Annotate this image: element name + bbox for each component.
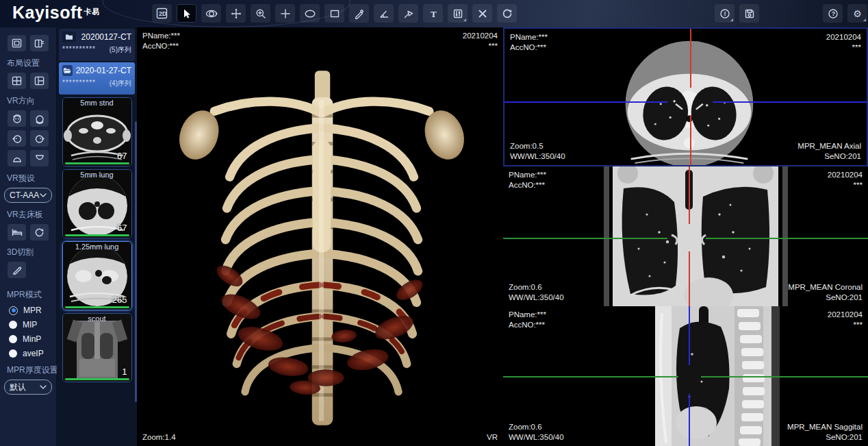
patient-name: PName:*** bbox=[510, 32, 548, 42]
axial-crosshair-horizontal-right[interactable] bbox=[713, 101, 867, 103]
pan-button[interactable] bbox=[226, 4, 246, 23]
series-count: (4)序列 bbox=[110, 79, 131, 88]
series-thumbnail-1[interactable]: 5mm stnd 67 bbox=[62, 97, 132, 166]
cut-3d-label: 3D切割 bbox=[0, 247, 56, 258]
vr-dir-left-button[interactable] bbox=[8, 130, 26, 147]
axial-crosshair-vertical-bottom[interactable] bbox=[690, 115, 691, 165]
coronal-crosshair-horizontal-right[interactable] bbox=[706, 238, 868, 239]
axial-viewport[interactable]: PName:*** AccNO:*** 20210204 *** Zoom:0.… bbox=[503, 27, 868, 166]
vr-preset-select[interactable]: CT-AAA bbox=[4, 188, 52, 203]
thumbnail-image-count: 265 bbox=[112, 295, 127, 305]
zoom-button[interactable] bbox=[251, 4, 270, 23]
patient-name: PName:*** bbox=[509, 170, 546, 180]
vr-viewport[interactable]: PName:*** AccNO:*** 20210204 *** Zoom:1.… bbox=[137, 27, 503, 446]
coronal-crosshair-vertical-bottom[interactable] bbox=[689, 251, 690, 306]
series-number: SeNO:201 bbox=[797, 151, 861, 162]
sagittal-crosshair-vertical-top[interactable] bbox=[689, 306, 690, 365]
mpr-thickness-select[interactable]: 默认 bbox=[4, 380, 52, 395]
thumbnail-image-count: 67 bbox=[117, 223, 127, 233]
report-alert-icon: ! bbox=[719, 8, 730, 19]
window-level-value: WW/WL:350/40 bbox=[509, 293, 564, 303]
vr-study-overlay: 20210204 *** bbox=[463, 31, 498, 51]
vr-bed-row bbox=[0, 224, 56, 240]
mpr-mode-radio-mpr[interactable]: MPR bbox=[0, 306, 56, 315]
study-item-1[interactable]: 20200127-CT ********** (5)序列 bbox=[59, 29, 135, 61]
layout-1x2-button[interactable] bbox=[30, 73, 49, 89]
mpr-mode-radio-aveip[interactable]: aveIP bbox=[0, 349, 56, 358]
locate-button[interactable] bbox=[275, 4, 295, 23]
layout-1x2-icon bbox=[34, 76, 44, 86]
layout-single-icon bbox=[12, 38, 22, 48]
cursor-tool-button[interactable] bbox=[177, 4, 196, 23]
vr-dir-feet-button[interactable] bbox=[30, 150, 49, 166]
vr-direction-row1 bbox=[0, 110, 56, 127]
locate-cross-icon bbox=[280, 8, 291, 19]
toolbar-far-right-group: ? ⚙ bbox=[823, 4, 867, 23]
study-row-top: 20200127-CT bbox=[62, 32, 131, 42]
rotate-3d-icon bbox=[205, 8, 218, 19]
accession-number: AccNO:*** bbox=[510, 42, 548, 53]
rect-roi-button[interactable] bbox=[324, 4, 344, 23]
sagittal-viewport[interactable]: PName:*** AccNO:*** 20210204 *** Zoom:0.… bbox=[503, 306, 868, 446]
vr-dir-posterior-button[interactable] bbox=[30, 110, 49, 127]
thumbnail-scout-image bbox=[63, 314, 131, 382]
coronal-crosshair-vertical-top[interactable] bbox=[689, 166, 690, 224]
coronal-series-overlay: MPR_MEAN Coronal SeNO:201 bbox=[788, 282, 863, 303]
vr-direction-row2 bbox=[0, 130, 56, 147]
zoom-in-icon bbox=[255, 8, 266, 19]
series-name: MPR_MEAN Axial bbox=[797, 141, 861, 151]
series-thumbnail-3-selected[interactable]: 1.25mm lung 265 bbox=[62, 241, 132, 310]
measure-angle-button[interactable] bbox=[374, 4, 394, 23]
rotate-3d-button[interactable] bbox=[201, 4, 221, 23]
layout-custom-button[interactable] bbox=[30, 35, 49, 51]
study-item-2-selected[interactable]: 2020-01-27-CT ********** (4)序列 bbox=[59, 62, 135, 95]
save-button[interactable] bbox=[739, 4, 759, 23]
vr-dir-head-button[interactable] bbox=[8, 150, 26, 166]
help-button[interactable]: ? bbox=[823, 4, 843, 23]
viewport-type: VR bbox=[487, 432, 498, 443]
arrow-annotation-icon bbox=[403, 8, 414, 19]
window-level-button[interactable] bbox=[448, 4, 468, 23]
layout-grid-2x2-icon bbox=[12, 76, 22, 86]
delete-annotation-button[interactable] bbox=[472, 4, 492, 23]
masked-value: *** bbox=[826, 42, 861, 53]
measure-length-button[interactable] bbox=[349, 4, 369, 23]
axial-study-overlay: 20210204 *** bbox=[826, 32, 861, 53]
sagittal-crosshair-horizontal-right[interactable] bbox=[701, 376, 868, 377]
series-number: SeNO:201 bbox=[787, 432, 863, 443]
mpr-mode-radio-mip[interactable]: MIP bbox=[0, 320, 56, 330]
thumbnail-label: 5mm stnd bbox=[63, 99, 131, 107]
series-thumbnail-4[interactable]: scout 1 bbox=[62, 313, 132, 382]
2d-view-button[interactable]: 2D bbox=[152, 4, 172, 23]
series-thumbnail-2[interactable]: 5mm lung 67 bbox=[62, 169, 132, 238]
thumbnail-label: 5mm lung bbox=[63, 171, 131, 179]
patient-masked: ********** bbox=[62, 45, 96, 55]
bed-reset-button[interactable] bbox=[30, 224, 49, 240]
settings-button[interactable]: ⚙ bbox=[847, 4, 867, 23]
coronal-viewport[interactable]: PName:*** AccNO:*** 20210204 *** Zoom:0.… bbox=[503, 166, 868, 306]
reset-button[interactable] bbox=[497, 4, 517, 23]
accession-number: AccNO:*** bbox=[142, 41, 180, 51]
ellipse-roi-button[interactable] bbox=[300, 4, 320, 23]
remove-bed-button[interactable] bbox=[8, 224, 26, 240]
axial-crosshair-vertical-top[interactable] bbox=[690, 29, 691, 88]
layout-single-button[interactable] bbox=[8, 35, 26, 51]
radio-label: aveIP bbox=[23, 349, 44, 358]
scalpel-button[interactable] bbox=[8, 262, 26, 278]
arrow-annotation-button[interactable] bbox=[398, 4, 418, 23]
axial-crosshair-horizontal-left[interactable] bbox=[505, 101, 667, 103]
coronal-crosshair-horizontal-left[interactable] bbox=[503, 238, 667, 239]
chevron-down-icon bbox=[40, 385, 47, 389]
sagittal-crosshair-horizontal-left[interactable] bbox=[503, 376, 678, 377]
report-button[interactable]: ! bbox=[715, 4, 735, 23]
vr-dir-anterior-button[interactable] bbox=[8, 110, 26, 127]
layout-grid-2x2-button[interactable] bbox=[8, 73, 26, 89]
series-panel: 20200127-CT ********** (5)序列 2020-01-27-… bbox=[57, 27, 137, 446]
vr-dir-right-button[interactable] bbox=[30, 130, 49, 147]
study-row-bottom: ********** (4)序列 bbox=[62, 79, 131, 88]
sagittal-crosshair-vertical-bottom[interactable] bbox=[689, 394, 690, 446]
mpr-mode-radio-minp[interactable]: MinP bbox=[0, 334, 56, 344]
text-tool-icon: T bbox=[428, 8, 439, 19]
close-x-icon bbox=[477, 8, 488, 19]
text-annotation-button[interactable]: T bbox=[423, 4, 443, 23]
